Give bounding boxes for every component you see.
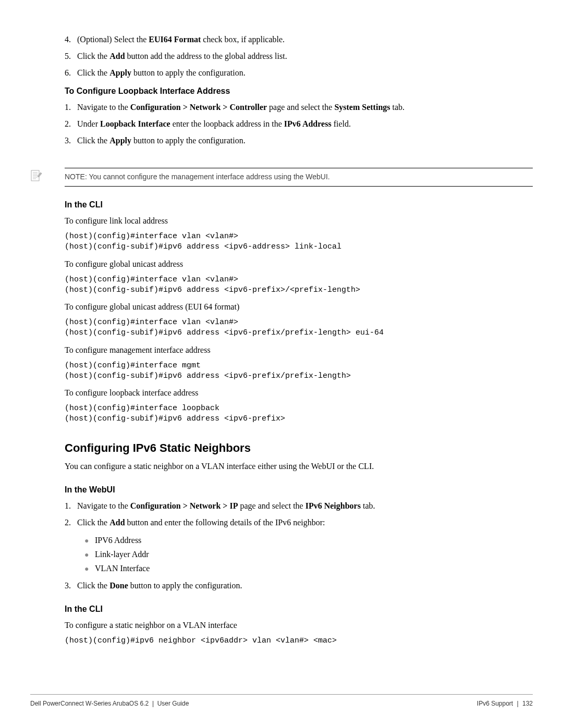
list-item: 6.Click the Apply button to apply the co… [65, 67, 533, 79]
page-footer: Dell PowerConnect W-Series ArubaOS 6.2 |… [30, 694, 533, 707]
cli-block-1: To configure link local address(host)(co… [65, 215, 533, 425]
cli2-code: (host)(config)#ipv6 neighbor <ipv6addr> … [65, 636, 533, 646]
list-item: 3.Click the Apply button to apply the co… [65, 134, 533, 147]
cli-code: (host)(config)#interface mgmt (host)(con… [65, 361, 533, 382]
cli-desc: To configure loopback interface address [65, 387, 533, 399]
cli-desc: To configure link local address [65, 215, 533, 227]
cli-desc: To configure global unicast address [65, 258, 533, 270]
section-intro: You can configure a static neighbor on a… [65, 460, 533, 473]
list-item: 4.(Optional) Select the EUI64 Format che… [65, 33, 533, 46]
cli-heading-1: In the CLI [65, 200, 533, 209]
note-icon [29, 169, 43, 182]
list-item: 2.Under Loopback Interface enter the loo… [65, 118, 533, 130]
webui-ordered-list: 1.Navigate to the Configuration > Networ… [65, 500, 533, 593]
cli-code: (host)(config)#interface vlan <vlan#> (h… [65, 275, 533, 296]
list-item: 2.Click the Add button and enter the fol… [65, 516, 533, 529]
list-item: 5.Click the Add button add the address t… [65, 50, 533, 63]
section-heading: Configuring IPv6 Static Neighbors [65, 441, 533, 455]
footer-left: Dell PowerConnect W-Series ArubaOS 6.2 |… [30, 700, 189, 707]
cli2-desc: To configure a static neighbor on a VLAN… [65, 619, 533, 632]
bullet-item: ●Link-layer Addr [84, 547, 533, 561]
page-content: 4.(Optional) Select the EUI64 Format che… [0, 0, 563, 646]
cli-heading-2: In the CLI [65, 604, 533, 614]
list-item: 1.Navigate to the Configuration > Networ… [65, 500, 533, 512]
cli-desc: To configure management interface addres… [65, 344, 533, 356]
note-container: NOTE: You cannot configure the managemen… [65, 168, 533, 187]
list-item: 3.Click the Done button to apply the con… [65, 579, 533, 592]
footer-right: IPv6 Support | 132 [477, 700, 533, 707]
top-ordered-list: 4.(Optional) Select the EUI64 Format che… [65, 33, 533, 79]
list-item: 1.Navigate to the Configuration > Networ… [65, 101, 533, 114]
loopback-ordered-list: 1.Navigate to the Configuration > Networ… [65, 101, 533, 147]
bullet-list: ●IPV6 Address●Link-layer Addr●VLAN Inter… [84, 533, 533, 576]
cli-code: (host)(config)#interface vlan <vlan#> (h… [65, 231, 533, 253]
bullet-item: ●IPV6 Address [84, 533, 533, 547]
cli-desc: To configure global unicast address (EUI… [65, 301, 533, 313]
cli-code: (host)(config)#interface loopback (host)… [65, 403, 533, 425]
bullet-item: ●VLAN Interface [84, 561, 533, 575]
loopback-heading: To Configure Loopback Interface Address [65, 87, 533, 96]
cli-code: (host)(config)#interface vlan <vlan#> (h… [65, 317, 533, 339]
webui-heading: In the WebUI [65, 485, 533, 495]
note-text: NOTE: You cannot configure the managemen… [65, 168, 533, 187]
